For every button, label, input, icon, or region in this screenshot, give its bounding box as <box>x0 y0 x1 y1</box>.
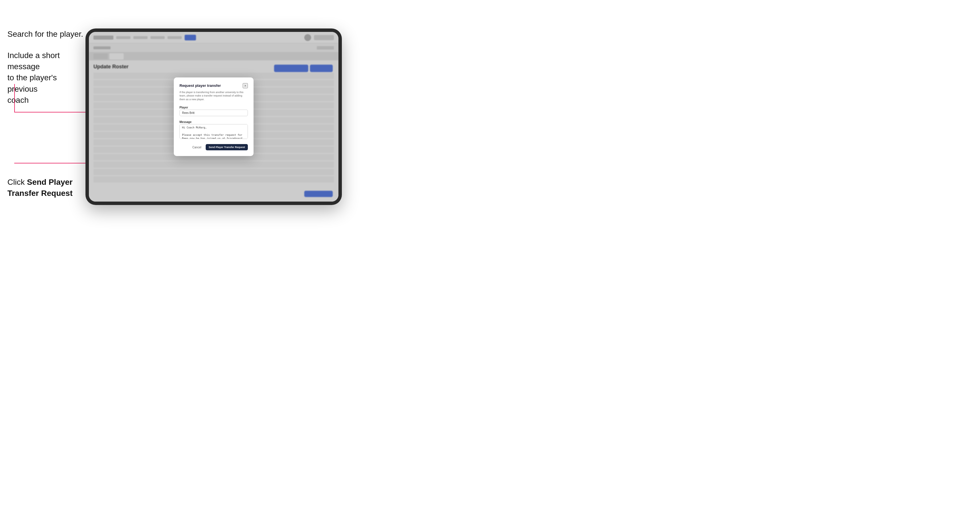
cancel-button[interactable]: Cancel <box>190 144 204 150</box>
player-label: Player <box>180 106 188 109</box>
tablet-screen: Update Roster <box>89 32 339 202</box>
annotation-click: Click Send PlayerTransfer Request <box>7 176 73 199</box>
tablet-device: Update Roster <box>86 29 342 205</box>
dialog-close-button[interactable]: × <box>243 83 248 88</box>
annotation-search: Search for the player. <box>7 29 83 40</box>
dialog-title: Request player transfer <box>180 83 221 88</box>
arrow-line-1-vertical <box>14 84 15 113</box>
message-label: Message <box>180 121 191 124</box>
player-input[interactable] <box>180 110 248 116</box>
dialog-header: Request player transfer × <box>180 83 248 88</box>
message-textarea[interactable]: Hi Coach McHarg, Please accept this tran… <box>180 124 248 139</box>
dialog-footer: Cancel Send Player Transfer Request <box>180 144 248 150</box>
send-transfer-request-button[interactable]: Send Player Transfer Request <box>206 144 248 150</box>
dialog-description: If the player is transferring from anoth… <box>180 90 248 102</box>
dialog-overlay: Request player transfer × If the player … <box>89 32 339 202</box>
annotation-message: Include a short messageto the player's p… <box>7 50 81 106</box>
dialog: Request player transfer × If the player … <box>174 78 253 156</box>
